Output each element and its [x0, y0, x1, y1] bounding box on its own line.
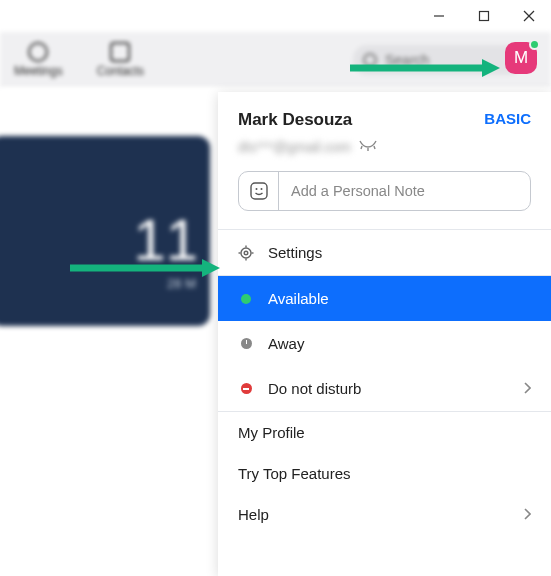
svg-point-12: [255, 188, 257, 190]
personal-note-input-wrap: [238, 171, 531, 211]
top-toolbar: Meetings Contacts Search: [0, 32, 551, 88]
svg-rect-11: [251, 183, 267, 199]
personal-note-input[interactable]: [279, 183, 530, 199]
menu-my-profile[interactable]: My Profile: [218, 412, 551, 453]
menu-try-top-features[interactable]: Try Top Features: [218, 453, 551, 494]
tab-contacts[interactable]: Contacts: [97, 42, 144, 78]
menu-label: Settings: [268, 244, 322, 261]
status-dnd-icon: [238, 381, 254, 397]
avatar: M: [505, 42, 537, 74]
window-minimize-button[interactable]: [416, 0, 461, 32]
personal-note-row: [218, 171, 551, 229]
profile-email-row: dts***@gmail.com: [218, 138, 551, 171]
profile-header: Mark Desouza BASIC: [218, 92, 551, 138]
svg-point-13: [260, 188, 262, 190]
clock-date: 28 M: [167, 276, 196, 291]
menu-label: My Profile: [238, 424, 305, 441]
tab-meetings[interactable]: Meetings: [14, 42, 63, 78]
menu-label: Try Top Features: [238, 465, 351, 482]
avatar-initial: M: [514, 48, 528, 68]
profile-email: dts***@gmail.com: [238, 139, 351, 155]
status-away-icon: [238, 336, 254, 352]
search-placeholder: Search: [385, 52, 429, 68]
profile-dropdown: Mark Desouza BASIC dts***@gmail.com Sett…: [218, 92, 551, 576]
emoji-picker-button[interactable]: [239, 172, 279, 210]
presence-indicator-icon: [529, 39, 540, 50]
svg-point-14: [241, 248, 251, 258]
clock-card: 11 28 M: [0, 136, 210, 326]
window-close-button[interactable]: [506, 0, 551, 32]
menu-label: Do not disturb: [268, 380, 361, 397]
svg-line-10: [374, 146, 375, 149]
plan-badge: BASIC: [484, 110, 531, 127]
menu-settings[interactable]: Settings: [218, 230, 551, 275]
menu-help[interactable]: Help: [218, 494, 551, 535]
search-icon: [363, 53, 377, 67]
profile-name: Mark Desouza: [238, 110, 352, 130]
chevron-right-icon: [523, 380, 531, 397]
avatar-button[interactable]: M: [505, 42, 537, 74]
clock-time: 11: [133, 206, 198, 273]
svg-point-15: [244, 251, 248, 255]
chevron-right-icon: [523, 506, 531, 523]
menu-status-dnd[interactable]: Do not disturb: [218, 366, 551, 411]
svg-line-8: [361, 146, 362, 149]
contacts-icon: [110, 42, 130, 62]
tab-label: Meetings: [14, 64, 63, 78]
menu-label: Away: [268, 335, 304, 352]
window-maximize-button[interactable]: [461, 0, 506, 32]
clock-icon: [28, 42, 48, 62]
eye-off-icon[interactable]: [359, 138, 377, 155]
menu-label: Help: [238, 506, 269, 523]
gear-icon: [238, 245, 254, 261]
menu-label: Available: [268, 290, 329, 307]
status-available-icon: [238, 291, 254, 307]
menu-status-away[interactable]: Away: [218, 321, 551, 366]
menu-status-available[interactable]: Available: [218, 276, 551, 321]
window-titlebar: [0, 0, 551, 32]
tab-label: Contacts: [97, 64, 144, 78]
search-input[interactable]: Search: [353, 45, 523, 75]
svg-rect-1: [479, 12, 488, 21]
